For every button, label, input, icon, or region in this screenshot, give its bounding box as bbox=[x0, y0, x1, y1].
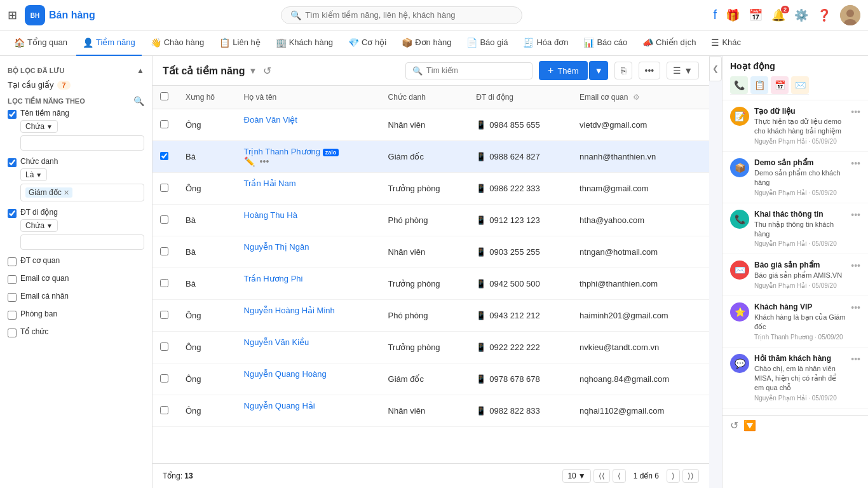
activity-more-icon[interactable]: ••• bbox=[851, 261, 860, 271]
saved-filter-name[interactable]: Tại cầu giấy bbox=[8, 80, 53, 90]
notification-icon[interactable]: 🔔 2 bbox=[771, 8, 785, 22]
contact-name-link[interactable]: Nguyễn Thị Ngân bbox=[244, 242, 309, 252]
next-page-button[interactable]: ⟩ bbox=[667, 469, 680, 483]
activity-more-icon[interactable]: ••• bbox=[851, 158, 860, 168]
edit-icon[interactable]: ✏️ bbox=[244, 220, 255, 230]
reset-icon[interactable]: ↺ bbox=[263, 65, 271, 77]
edit-icon[interactable]: ✏️ bbox=[244, 125, 255, 135]
contact-name-link[interactable]: Đoàn Văn Việt bbox=[244, 115, 297, 125]
more-icon[interactable]: ••• bbox=[260, 379, 269, 389]
table-search[interactable]: 🔍 bbox=[405, 62, 532, 79]
select-all-checkbox[interactable] bbox=[160, 92, 168, 100]
edit-icon[interactable]: ✏️ bbox=[244, 156, 255, 166]
filter-chuc-danh-tags[interactable]: Giám đốc ✕ bbox=[20, 184, 144, 201]
edit-icon[interactable]: ✏️ bbox=[244, 379, 255, 389]
filter-to-chuc-checkbox[interactable] bbox=[8, 329, 17, 337]
filter-ten-tiem-nang-select[interactable]: Chứa ▼ bbox=[20, 120, 58, 133]
row-checkbox[interactable] bbox=[160, 342, 168, 351]
contact-name-link[interactable]: Trần Hương Phi bbox=[244, 274, 303, 283]
email-rp-icon[interactable]: ✉️ bbox=[791, 76, 809, 94]
more-icon[interactable]: ••• bbox=[260, 220, 269, 230]
filter-rp-icon[interactable]: 🔽 bbox=[743, 419, 756, 431]
activity-more-icon[interactable]: ••• bbox=[851, 210, 860, 220]
row-checkbox[interactable] bbox=[160, 184, 168, 192]
panel-collapse-arrow[interactable]: ❮ bbox=[709, 56, 722, 81]
more-icon[interactable]: ••• bbox=[260, 156, 269, 166]
filter-email-ca-nhan-checkbox[interactable] bbox=[8, 293, 17, 302]
nav-khach-hang[interactable]: 🏢 Khách hàng bbox=[269, 30, 339, 56]
row-checkbox[interactable] bbox=[160, 279, 168, 287]
nav-bao-gia[interactable]: 📄 Báo giá bbox=[460, 30, 514, 56]
calendar-rp-icon[interactable]: 📅 bbox=[771, 76, 789, 94]
nav-co-hoi[interactable]: 💎 Cơ hội bbox=[342, 30, 393, 56]
phone-rp-icon[interactable]: 📞 bbox=[730, 76, 748, 94]
view-toggle-button[interactable]: ☰ ▼ bbox=[667, 62, 699, 79]
more-options-button[interactable]: ••• bbox=[639, 62, 661, 79]
more-icon[interactable]: ••• bbox=[260, 125, 269, 135]
page-size-select[interactable]: 10 ▼ bbox=[562, 469, 590, 483]
nav-chien-dich[interactable]: 📣 Chiến dịch bbox=[636, 30, 702, 56]
activity-more-icon[interactable]: ••• bbox=[851, 354, 860, 364]
grid-icon[interactable]: ⊞ bbox=[8, 8, 17, 22]
contact-name-link[interactable]: Nguyễn Quang Hải bbox=[244, 401, 315, 410]
global-search[interactable]: 🔍 bbox=[281, 6, 522, 24]
more-icon[interactable]: ••• bbox=[260, 315, 269, 325]
nav-lien-he[interactable]: 📋 Liên hệ bbox=[213, 30, 266, 56]
column-settings-icon[interactable]: ⚙ bbox=[633, 93, 640, 102]
more-icon[interactable]: ••• bbox=[260, 188, 269, 198]
contact-name-link[interactable]: Trần Hải Nam bbox=[244, 179, 296, 188]
refresh-icon[interactable]: ↺ bbox=[730, 419, 738, 431]
filter-dt-co-quan-checkbox[interactable] bbox=[8, 257, 17, 266]
more-icon[interactable]: ••• bbox=[260, 283, 269, 294]
nav-chao-hang[interactable]: 👋 Chào hàng bbox=[144, 30, 211, 56]
contact-name-link[interactable]: Nguyễn Văn Kiều bbox=[244, 337, 309, 347]
edit-icon[interactable]: ✏️ bbox=[244, 283, 255, 294]
filter-chuc-danh-checkbox[interactable] bbox=[8, 158, 17, 167]
row-checkbox[interactable] bbox=[160, 120, 168, 128]
filter-dt-di-dong-select[interactable]: Chứa ▼ bbox=[20, 219, 58, 232]
facebook-icon[interactable]: f bbox=[713, 8, 717, 22]
row-checkbox[interactable] bbox=[160, 215, 168, 224]
title-dropdown-arrow[interactable]: ▼ bbox=[249, 66, 257, 76]
more-icon[interactable]: ••• bbox=[260, 347, 269, 357]
filter-email-co-quan-checkbox[interactable] bbox=[8, 275, 17, 284]
add-button-dropdown[interactable]: ▼ bbox=[589, 61, 608, 80]
filter-dt-di-dong-input[interactable] bbox=[20, 234, 144, 250]
help-icon[interactable]: ❓ bbox=[817, 8, 831, 22]
row-checkbox[interactable] bbox=[160, 247, 168, 255]
saved-filters-chevron[interactable]: ▲ bbox=[137, 66, 144, 75]
row-checkbox[interactable] bbox=[160, 374, 168, 383]
edit-icon[interactable]: ✏️ bbox=[244, 252, 255, 262]
global-search-input[interactable] bbox=[305, 10, 513, 20]
table-search-input[interactable] bbox=[426, 66, 515, 75]
remove-tag-icon[interactable]: ✕ bbox=[64, 189, 69, 197]
filter-ten-tiem-nang-checkbox[interactable] bbox=[8, 110, 17, 119]
nav-don-hang[interactable]: 📦 Đơn hàng bbox=[395, 30, 458, 56]
more-icon[interactable]: ••• bbox=[260, 252, 269, 262]
contact-name-link[interactable]: Hoàng Thu Hà bbox=[244, 210, 297, 220]
edit-icon[interactable]: ✏️ bbox=[244, 315, 255, 325]
more-icon[interactable]: ••• bbox=[260, 410, 269, 421]
activity-more-icon[interactable]: ••• bbox=[851, 302, 860, 313]
filter-ten-tiem-nang-input[interactable] bbox=[20, 135, 144, 151]
nav-hoa-don[interactable]: 🧾 Hóa đơn bbox=[517, 30, 574, 56]
filter-phong-ban-checkbox[interactable] bbox=[8, 311, 17, 320]
add-button[interactable]: + Thêm bbox=[539, 61, 588, 80]
edit-icon[interactable]: ✏️ bbox=[244, 347, 255, 357]
prev-page-button[interactable]: ⟨ bbox=[613, 469, 626, 483]
contact-name-link[interactable]: Nguyễn Hoàng Hải Minh bbox=[244, 306, 335, 315]
filter-search-icon[interactable]: 🔍 bbox=[133, 96, 144, 106]
filter-chuc-danh-select[interactable]: Là ▼ bbox=[20, 168, 47, 181]
nav-tiem-nang[interactable]: 👤 Tiềm năng bbox=[76, 30, 142, 56]
activity-more-icon[interactable]: ••• bbox=[851, 107, 860, 117]
nav-khac[interactable]: ☰ Khác bbox=[705, 30, 747, 56]
row-checkbox[interactable] bbox=[160, 406, 168, 414]
edit-icon[interactable]: ✏️ bbox=[244, 410, 255, 421]
filter-dt-di-dong-checkbox[interactable] bbox=[8, 209, 17, 218]
settings-icon[interactable]: ⚙️ bbox=[794, 8, 808, 22]
gift-icon[interactable]: 🎁 bbox=[726, 8, 740, 22]
user-avatar[interactable] bbox=[840, 5, 860, 25]
calendar-icon[interactable]: 📅 bbox=[749, 8, 763, 22]
edit-icon[interactable]: ✏️ bbox=[244, 188, 255, 198]
task-rp-icon[interactable]: 📋 bbox=[750, 76, 768, 94]
